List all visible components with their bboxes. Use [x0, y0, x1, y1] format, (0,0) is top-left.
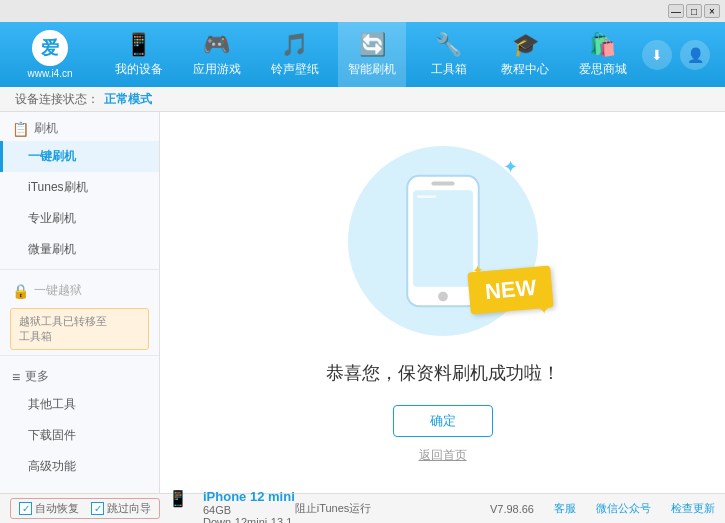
sidebar-itunes[interactable]: iTunes刷机 — [0, 172, 159, 203]
title-bar: — □ × — [0, 0, 725, 22]
nav-my-device-label: 我的设备 — [115, 61, 163, 78]
top-nav: 爱 www.i4.cn 📱 我的设备 🎮 应用游戏 🎵 铃声壁纸 🔄 智能刷机 … — [0, 22, 725, 87]
wechat-link[interactable]: 微信公众号 — [596, 501, 651, 516]
sidebar-advanced[interactable]: 高级功能 — [0, 451, 159, 482]
svg-rect-1 — [413, 190, 473, 287]
device-model: Down-12mini-13,1 — [203, 516, 295, 523]
content-area: ✦ NEW 恭喜您，保资料刷机成功啦！ 确定 返回首页 — [160, 112, 725, 493]
logo-icon: 爱 — [32, 30, 68, 66]
flash-section-label: 刷机 — [34, 120, 58, 137]
logo-area[interactable]: 爱 www.i4.cn — [0, 22, 100, 87]
nav-ringtone-label: 铃声壁纸 — [271, 61, 319, 78]
more-section-icon: ≡ — [12, 369, 20, 385]
nav-ringtone[interactable]: 🎵 铃声壁纸 — [261, 22, 329, 87]
success-text: 恭喜您，保资料刷机成功啦！ — [326, 361, 560, 385]
sidebar: 📋 刷机 一键刷机 iTunes刷机 专业刷机 微量刷机 🔒 一键越狱 越狱工具… — [0, 112, 160, 493]
skip-wizard-checkbox[interactable]: ✓ 跳过向导 — [91, 501, 151, 516]
service-link[interactable]: 客服 — [554, 501, 576, 516]
bottom-left: ✓ 自动恢复 ✓ 跳过向导 📱 iPhone 12 mini 64GB Down… — [10, 489, 295, 523]
jailbreak-label: 一键越狱 — [34, 282, 82, 299]
minimize-button[interactable]: — — [668, 4, 684, 18]
device-name: iPhone 12 mini — [203, 489, 295, 504]
ringtone-icon: 🎵 — [281, 32, 308, 58]
device-info: iPhone 12 mini 64GB Down-12mini-13,1 — [203, 489, 295, 523]
svg-rect-4 — [416, 195, 435, 198]
nav-my-device[interactable]: 📱 我的设备 — [105, 22, 173, 87]
device-icon: 📱 — [168, 489, 188, 508]
smart-flash-icon: 🔄 — [359, 32, 386, 58]
phone-illustration: ✦ NEW — [343, 141, 543, 341]
tutorial-icon: 🎓 — [512, 32, 539, 58]
close-button[interactable]: × — [704, 4, 720, 18]
stop-itunes-label[interactable]: 阻止iTunes运行 — [295, 501, 372, 516]
sidebar-professional[interactable]: 专业刷机 — [0, 203, 159, 234]
sidebar-one-click[interactable]: 一键刷机 — [0, 141, 159, 172]
more-section-header: ≡ 更多 — [0, 360, 159, 389]
device-info-row: 📱 iPhone 12 mini 64GB Down-12mini-13,1 — [168, 489, 295, 523]
back-home-link[interactable]: 返回首页 — [419, 447, 467, 464]
auto-restore-checkbox[interactable]: ✓ 自动恢复 — [19, 501, 79, 516]
my-device-icon: 📱 — [125, 32, 152, 58]
skip-wizard-check-icon: ✓ — [91, 502, 104, 515]
maximize-button[interactable]: □ — [686, 4, 702, 18]
skip-wizard-label: 跳过向导 — [107, 501, 151, 516]
sidebar-other-tools[interactable]: 其他工具 — [0, 389, 159, 420]
auto-restore-label: 自动恢复 — [35, 501, 79, 516]
auto-restore-check-icon: ✓ — [19, 502, 32, 515]
new-badge: NEW — [468, 265, 555, 314]
status-label: 设备连接状态： — [15, 91, 99, 108]
sidebar-download-firmware[interactable]: 下载固件 — [0, 420, 159, 451]
nav-smart-flash[interactable]: 🔄 智能刷机 — [338, 22, 406, 87]
update-link[interactable]: 检查更新 — [671, 501, 715, 516]
main-area: 📋 刷机 一键刷机 iTunes刷机 专业刷机 微量刷机 🔒 一键越狱 越狱工具… — [0, 87, 725, 493]
version-label: V7.98.66 — [490, 503, 534, 515]
checkbox-area: ✓ 自动恢复 ✓ 跳过向导 — [10, 498, 160, 519]
jailbreak-icon: 🔒 — [12, 283, 29, 299]
nav-tutorial-label: 教程中心 — [501, 61, 549, 78]
bottom-bar: ✓ 自动恢复 ✓ 跳过向导 📱 iPhone 12 mini 64GB Down… — [0, 493, 725, 523]
sparkle-icon: ✦ — [503, 156, 518, 178]
jailbreak-notice: 越狱工具已转移至工具箱 — [10, 308, 149, 350]
flash-section-icon: 📋 — [12, 121, 29, 137]
device-storage: 64GB — [203, 504, 295, 516]
apps-games-icon: 🎮 — [203, 32, 230, 58]
more-section-label: 更多 — [25, 368, 49, 385]
toolbox-icon: 🔧 — [435, 32, 462, 58]
nav-toolbox[interactable]: 🔧 工具箱 — [416, 22, 481, 87]
user-button[interactable]: 👤 — [680, 40, 710, 70]
svg-rect-3 — [431, 182, 454, 186]
sidebar-divider-1 — [0, 269, 159, 270]
nav-items: 📱 我的设备 🎮 应用游戏 🎵 铃声壁纸 🔄 智能刷机 🔧 工具箱 🎓 教程中心… — [100, 22, 642, 87]
sidebar-micro[interactable]: 微量刷机 — [0, 234, 159, 265]
logo-url: www.i4.cn — [27, 68, 72, 79]
jailbreak-section-header: 🔒 一键越狱 — [0, 274, 159, 303]
nav-tutorial[interactable]: 🎓 教程中心 — [491, 22, 559, 87]
status-value: 正常模式 — [104, 91, 152, 108]
nav-shop-label: 爱思商城 — [579, 61, 627, 78]
flash-section-header: 📋 刷机 — [0, 112, 159, 141]
nav-apps-games-label: 应用游戏 — [193, 61, 241, 78]
download-button[interactable]: ⬇ — [642, 40, 672, 70]
svg-point-2 — [438, 292, 448, 302]
nav-shop[interactable]: 🛍️ 爱思商城 — [569, 22, 637, 87]
shop-icon: 🛍️ — [589, 32, 616, 58]
sidebar-divider-2 — [0, 355, 159, 356]
status-bar: 设备连接状态： 正常模式 — [0, 87, 725, 112]
nav-right-buttons: ⬇ 👤 — [642, 40, 725, 70]
nav-smart-flash-label: 智能刷机 — [348, 61, 396, 78]
confirm-button[interactable]: 确定 — [393, 405, 493, 437]
bottom-right: V7.98.66 客服 微信公众号 检查更新 — [490, 501, 715, 516]
nav-apps-games[interactable]: 🎮 应用游戏 — [183, 22, 251, 87]
nav-toolbox-label: 工具箱 — [431, 61, 467, 78]
